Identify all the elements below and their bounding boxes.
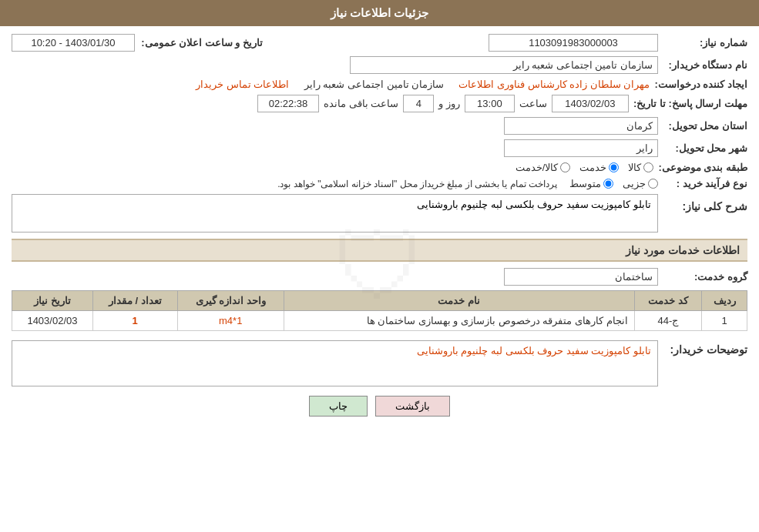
requester-row: ایجاد کننده درخواست: مهران سلطان زاده کا…	[12, 79, 747, 90]
category-option-khedmat: خدمت	[579, 162, 619, 173]
cell-service-name: انجام کارهای متفرقه درخصوص بازسازی و بهس…	[284, 311, 634, 331]
buyer-desc-label: توضیحات خریدار:	[663, 343, 747, 356]
category-option-kala: کالا	[628, 162, 653, 173]
general-desc-row: شرح کلی نیاز: تابلو کامپوزیت سفید حروف ب…	[12, 194, 747, 233]
process-note: پرداخت تمام یا بخشی از مبلغ خریداز محل "…	[277, 179, 557, 189]
category-label: طبقه بندی موضوعی:	[658, 162, 747, 173]
process-option-motavassit: متوسط	[569, 178, 613, 189]
response-time: 13:00	[465, 95, 515, 112]
response-time-label: ساعت	[519, 98, 547, 109]
radio-khedmat-label: خدمت	[579, 162, 606, 173]
radio-kala-khedmat[interactable]	[560, 162, 570, 172]
response-date: 1403/02/03	[552, 95, 629, 112]
general-desc-label: شرح کلی نیاز:	[663, 200, 747, 212]
service-group-label: گروه خدمت:	[663, 271, 747, 283]
city-row: شهر محل تحویل: رایر	[12, 139, 747, 157]
radio-kala[interactable]	[643, 162, 653, 172]
buyer-desc-value: تابلو کامپوزیت سفید حروف بلکسی لبه چلنیو…	[12, 340, 658, 386]
buyer-org-row: نام دستگاه خریدار: سازمان تامین اجتماعی …	[12, 56, 747, 74]
province-label: استان محل تحویل:	[663, 120, 747, 132]
cell-service-code: ج-44	[634, 311, 702, 331]
need-number-label: شماره نیاز:	[663, 37, 747, 49]
col-date: تاریخ نیاز	[12, 291, 93, 311]
radio-motavassit[interactable]	[603, 179, 613, 189]
radio-jozii-label: جزیی	[623, 178, 646, 189]
action-buttons: بازگشت چاپ	[12, 396, 747, 426]
process-type-label: نوع فرآیند خرید :	[663, 178, 747, 189]
requester-separator	[448, 79, 454, 90]
col-rownum: ردیف	[702, 291, 747, 311]
process-option-jozii: جزیی	[623, 178, 658, 189]
page-title: جزئیات اطلاعات نیاز	[331, 6, 428, 19]
buyer-org-value: سازمان تامین اجتماعی شعبه رایر	[350, 56, 658, 74]
province-row: استان محل تحویل: کرمان	[12, 117, 747, 135]
service-group-row: گروه خدمت: ساختمان	[12, 268, 747, 286]
category-option-kala-khedmat: کالا/خدمت	[516, 162, 571, 173]
category-radio-group: کالا خدمت کالا/خدمت	[516, 162, 654, 173]
response-days-label: روز و	[438, 98, 460, 109]
cell-unit: m4*1	[177, 311, 284, 331]
col-unit: واحد اندازه گیری	[177, 291, 284, 311]
radio-kala-khedmat-label: کالا/خدمت	[516, 162, 559, 173]
need-number-row: شماره نیاز: 1103091983000003 تاریخ و ساع…	[12, 34, 747, 52]
back-button[interactable]: بازگشت	[375, 396, 450, 417]
service-group-value: ساختمان	[504, 268, 658, 286]
need-number-value: 1103091983000003	[489, 34, 658, 52]
cell-qty: 1	[92, 311, 177, 331]
radio-motavassit-label: متوسط	[569, 178, 601, 189]
process-type-row: نوع فرآیند خرید : جزیی متوسط پرداخت تمام…	[12, 178, 747, 189]
cell-date: 1403/02/03	[12, 311, 93, 331]
buyer-org-label: نام دستگاه خریدار:	[663, 59, 747, 71]
services-table: ردیف کد خدمت نام خدمت واحد اندازه گیری ت…	[12, 290, 747, 331]
print-button[interactable]: چاپ	[309, 396, 368, 417]
requester-label: ایجاد کننده درخواست:	[654, 79, 747, 90]
cell-rownum: 1	[702, 311, 747, 331]
process-radio-group: جزیی متوسط	[569, 178, 658, 189]
table-row: 1 ج-44 انجام کارهای متفرقه درخصوص بازساز…	[12, 311, 747, 331]
requester-part1: مهران سلطان زاده کارشناس فناوری اطلاعات	[458, 79, 650, 90]
remaining-time-label: ساعت باقی مانده	[324, 98, 398, 109]
services-section-title: اطلاعات خدمات مورد نیاز	[12, 239, 747, 262]
response-deadline-row: مهلت ارسال پاسخ: تا تاریخ: 1403/02/03 سا…	[12, 95, 747, 112]
remaining-time: 02:22:38	[257, 95, 319, 112]
contact-link[interactable]: اطلاعات تماس خریدار	[196, 79, 289, 90]
buyer-desc-row: توضیحات خریدار: تابلو کامپوزیت سفید حروف…	[12, 337, 747, 386]
general-desc-value: تابلو کامپوزیت سفید حروف بلکسی لبه چلنیو…	[12, 194, 658, 233]
announce-value: 1403/01/30 - 10:20	[12, 34, 135, 52]
announce-label: تاریخ و ساعت اعلان عمومی:	[139, 37, 263, 49]
page-header: جزئیات اطلاعات نیاز	[0, 0, 759, 26]
requester-part2: سازمان تامین اجتماعی شعبه رایر	[304, 79, 444, 90]
col-service-code: کد خدمت	[634, 291, 702, 311]
col-qty: تعداد / مقدار	[92, 291, 177, 311]
radio-khedmat[interactable]	[609, 162, 619, 172]
response-deadline-label: مهلت ارسال پاسخ: تا تاریخ:	[633, 98, 747, 109]
city-value: رایر	[504, 139, 658, 157]
col-service-name: نام خدمت	[284, 291, 634, 311]
city-label: شهر محل تحویل:	[663, 142, 747, 154]
category-row: طبقه بندی موضوعی: کالا خدمت کالا/خدمت	[12, 162, 747, 173]
radio-jozii[interactable]	[648, 179, 658, 189]
province-value: کرمان	[504, 117, 658, 135]
radio-kala-label: کالا	[628, 162, 641, 173]
requester-separator2	[294, 79, 299, 90]
response-days: 4	[403, 95, 434, 112]
